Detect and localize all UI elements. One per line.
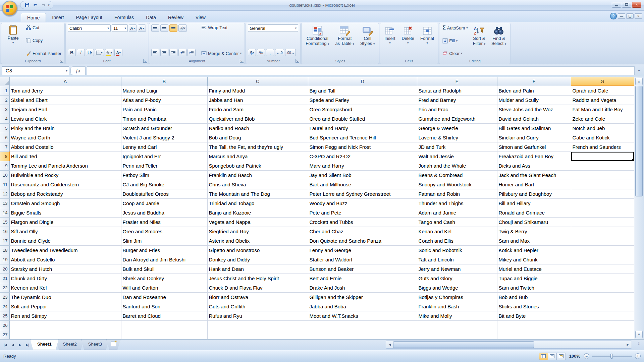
cell-F14[interactable]: Ronald and Grimace — [497, 208, 571, 217]
cell-G3[interactable]: Fat Man and Little Boy — [571, 105, 634, 114]
cell-A2[interactable]: Siskel and Ebert — [9, 95, 121, 105]
scroll-down-icon[interactable]: ▼ — [635, 331, 643, 338]
cell-C27[interactable] — [207, 330, 308, 339]
cell-A20[interactable]: Starsky and Hutch — [9, 264, 121, 274]
cell-G1[interactable]: Oprah and Gale — [571, 86, 634, 95]
cell-A27[interactable] — [9, 330, 121, 339]
cell-E3[interactable]: Fric and Frac — [417, 105, 497, 114]
cell-D1[interactable]: Big and Tall — [308, 86, 417, 95]
cell-G12[interactable] — [571, 189, 634, 198]
cell-F3[interactable]: Steve Jobs and the Woz — [497, 105, 571, 114]
cell-C14[interactable]: Banjo and Kazooie — [207, 208, 308, 217]
increase-decimal-button[interactable]: ←.0 — [275, 49, 284, 56]
cell-G2[interactable]: Radditz and Vegeta — [571, 95, 634, 105]
row-header-9[interactable]: 9 — [0, 161, 9, 170]
next-sheet-icon[interactable]: ▶ — [17, 342, 23, 348]
cell-B11[interactable]: CJ and Big Smoke — [121, 180, 207, 189]
cell-E2[interactable]: Fred and Barney — [417, 95, 497, 105]
cell-G14[interactable] — [571, 208, 634, 217]
row-header-15[interactable]: 15 — [0, 217, 9, 227]
cell-F6[interactable]: Sinclair and Curry — [497, 133, 571, 142]
align-left-button[interactable] — [151, 49, 159, 56]
cell-E10[interactable]: Beans & Cornbread — [417, 170, 497, 180]
cell-A7[interactable]: Abbot and Costello — [9, 142, 121, 152]
cell-E27[interactable] — [417, 330, 497, 339]
cell-A1[interactable]: Tom and Jerry — [9, 86, 121, 95]
help-icon[interactable]: ? — [610, 13, 617, 19]
row-header-25[interactable]: 25 — [0, 311, 9, 320]
cell-A18[interactable]: Tweedledee and Tweedledum — [9, 245, 121, 255]
number-dialog-launcher[interactable]: ↘ — [296, 59, 299, 63]
select-all-button[interactable] — [0, 77, 9, 86]
row-header-11[interactable]: 11 — [0, 180, 9, 189]
cell-E26[interactable] — [417, 320, 497, 330]
sort-filter-button[interactable]: AZ Sort & Filter ▾ — [471, 24, 487, 58]
ribbon-tab-insert[interactable]: Insert — [46, 13, 70, 22]
row-header-18[interactable]: 18 — [0, 245, 9, 255]
format-as-table-button[interactable]: Format as Table ▾ — [333, 24, 356, 58]
cell-A15[interactable]: Flargon and Dingle — [9, 217, 121, 227]
cell-C5[interactable]: Nariko and Roach — [207, 123, 308, 133]
cell-G27[interactable] — [571, 330, 634, 339]
row-header-20[interactable]: 20 — [0, 264, 9, 274]
cell-F27[interactable] — [497, 330, 571, 339]
cell-B15[interactable]: Frasier and Niles — [121, 217, 207, 227]
sheet-tab-sheet1[interactable]: Sheet1 — [30, 340, 59, 350]
cell-D20[interactable]: Bunson and Beaker — [308, 264, 417, 274]
cell-G20[interactable] — [571, 264, 634, 274]
cell-G9[interactable] — [571, 161, 634, 170]
cell-E22[interactable]: Biggs and Wedge — [417, 283, 497, 292]
row-header-8[interactable]: 8 — [0, 152, 9, 161]
cell-C12[interactable]: The Mountain and The Dog — [207, 189, 308, 198]
cell-A11[interactable]: Rosencrantz and Guildenstern — [9, 180, 121, 189]
row-header-19[interactable]: 19 — [0, 255, 9, 264]
row-header-23[interactable]: 23 — [0, 292, 9, 302]
cell-C16[interactable]: Siegfried and Roy — [207, 227, 308, 236]
cell-E6[interactable]: Laverne & Shirley — [417, 133, 497, 142]
cell-A26[interactable] — [9, 320, 121, 330]
row-header-13[interactable]: 13 — [0, 198, 9, 208]
ribbon-tab-review[interactable]: Review — [162, 13, 190, 22]
cell-D14[interactable]: Pete and Pete — [308, 208, 417, 217]
sheet-tab-sheet2[interactable]: Sheet2 — [56, 340, 84, 350]
minimize-button[interactable] — [612, 2, 621, 8]
cell-D22[interactable]: Drake And Josh — [308, 283, 417, 292]
cell-F26[interactable] — [497, 320, 571, 330]
cell-F8[interactable]: Freakazoid and Fan Boy — [497, 152, 571, 161]
row-header-10[interactable]: 10 — [0, 170, 9, 180]
normal-view-button[interactable] — [539, 353, 548, 360]
row-header-3[interactable]: 3 — [0, 105, 9, 114]
cell-F13[interactable]: Bill and Hillary — [497, 198, 571, 208]
cell-E21[interactable]: Guts and Glory — [417, 274, 497, 283]
cut-button[interactable]: Cut — [25, 24, 62, 31]
page-layout-view-button[interactable] — [548, 353, 557, 360]
scroll-left-icon[interactable]: ◀ — [386, 341, 393, 348]
cell-F25[interactable]: Bit and Byte — [497, 311, 571, 320]
cell-E20[interactable]: Jerry and Newman — [417, 264, 497, 274]
cell-A12[interactable]: Bebop and Rocksteady — [9, 189, 121, 198]
paste-button[interactable]: Paste ▾ — [3, 24, 23, 58]
column-header-B[interactable]: B — [121, 77, 207, 86]
cell-D13[interactable]: Woody and Buzz — [308, 198, 417, 208]
cell-E15[interactable]: Tango and Cash — [417, 217, 497, 227]
scroll-right-icon[interactable]: ▶ — [625, 341, 631, 348]
cell-E13[interactable]: Thunder and Thighs — [417, 198, 497, 208]
cell-B1[interactable]: Mario and Luigi — [121, 86, 207, 95]
horizontal-scrollbar-thumb[interactable] — [393, 341, 534, 348]
cell-E17[interactable]: Coach and Ellis — [417, 236, 497, 245]
expand-formula-bar-button[interactable]: ▾ — [636, 66, 642, 75]
cell-G4[interactable]: Zeke and Cole — [571, 114, 634, 123]
fill-color-button[interactable]: ▾ — [105, 49, 114, 56]
cell-A3[interactable]: Toejam and Earl — [9, 105, 121, 114]
clipboard-dialog-launcher[interactable]: ↘ — [60, 59, 63, 63]
row-header-6[interactable]: 6 — [0, 133, 9, 142]
cell-A14[interactable]: Biggie Smalls — [9, 208, 121, 217]
row-header-16[interactable]: 16 — [0, 227, 9, 236]
copy-button[interactable]: Copy — [25, 38, 62, 44]
cell-C23[interactable]: Biorr and Ostrava — [207, 292, 308, 302]
row-header-21[interactable]: 21 — [0, 274, 9, 283]
cell-G19[interactable] — [571, 255, 634, 264]
last-sheet-icon[interactable]: ▶| — [24, 342, 31, 348]
cell-F4[interactable]: David and Goliath — [497, 114, 571, 123]
cell-C24[interactable]: Guts and Griffith — [207, 302, 308, 311]
